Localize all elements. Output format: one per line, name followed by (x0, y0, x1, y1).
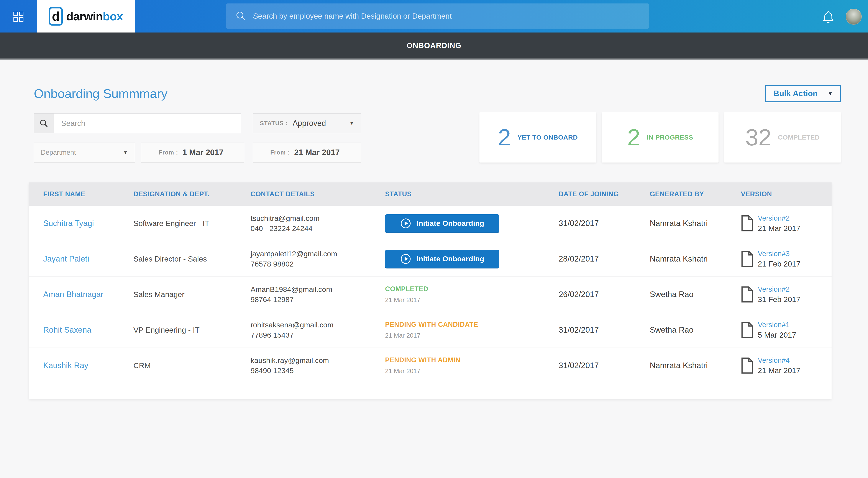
col-generated-by: GENERATED BY (650, 190, 741, 198)
designation-text: Sales Director - Sales (133, 254, 207, 263)
version-link[interactable]: Version#2 (758, 285, 801, 294)
stat-label: COMPLETED (778, 134, 820, 141)
date-to-label: From : (270, 149, 290, 156)
top-bar: d darwinbox (0, 0, 868, 33)
col-status: STATUS (385, 190, 559, 198)
global-search[interactable] (226, 3, 649, 29)
table-search-input[interactable] (54, 113, 241, 133)
generated-by-text: Namrata Kshatri (650, 254, 708, 263)
date-from-filter[interactable]: From : 1 Mar 2017 (141, 143, 244, 163)
bulk-action-button[interactable]: Bulk Action ▼ (765, 85, 841, 102)
status-filter-value: Approved (293, 119, 326, 128)
table-search-filter[interactable] (34, 113, 241, 133)
phone-text: 98764 12987 (251, 295, 385, 305)
version-date-text: 21 Mar 2017 (758, 224, 801, 233)
table-row: Kaushik Ray CRM kaushik.ray@gmail.com 98… (29, 348, 832, 383)
global-search-input[interactable] (253, 12, 640, 21)
notifications-bell-icon[interactable] (822, 10, 834, 24)
version-link[interactable]: Version#1 (758, 321, 796, 329)
document-icon (741, 322, 753, 338)
employee-name-link[interactable]: Rohit Saxena (43, 326, 91, 334)
date-from-value: 1 Mar 2017 (182, 148, 223, 157)
document-icon (741, 357, 753, 374)
col-version: VERSION (741, 190, 832, 198)
version-link[interactable]: Version#3 (758, 250, 801, 258)
col-date-of-joining: DATE OF JOINING (559, 190, 650, 198)
col-designation: DESIGNATION & DEPT. (133, 190, 251, 198)
logo-word-dark: darwin (66, 10, 103, 23)
table-row: Jayant Paleti Sales Director - Sales jay… (29, 241, 832, 277)
designation-text: VP Engineering - IT (133, 326, 199, 334)
logo-d-icon: d (49, 7, 63, 26)
user-avatar[interactable] (846, 9, 862, 25)
designation-text: Software Engineer - IT (133, 219, 209, 228)
employee-name-link[interactable]: Kaushik Ray (43, 361, 88, 370)
table-header-row: FIRST NAME DESIGNATION & DEPT. CONTACT D… (29, 182, 832, 206)
date-to-filter[interactable]: From : 21 Mar 2017 (253, 143, 361, 163)
col-contact: CONTACT DETAILS (251, 190, 385, 198)
bulk-action-label: Bulk Action (773, 89, 818, 98)
status-text-block: COMPLETED 21 Mar 2017 (385, 285, 559, 304)
nav-module-title: ONBOARDING (407, 41, 461, 50)
initiate-onboarding-label: Initiate Onboarding (416, 254, 484, 263)
date-from-label: From : (159, 149, 178, 156)
status-filter-label: STATUS : (260, 120, 288, 127)
designation-text: Sales Manager (133, 290, 184, 299)
status-date: 21 Mar 2017 (385, 297, 559, 304)
darwinbox-logo[interactable]: d darwinbox (37, 0, 135, 33)
employee-name-link[interactable]: Jayant Paleti (43, 254, 89, 263)
date-of-joining-text: 31/02/2017 (559, 361, 599, 370)
chevron-down-icon: ▼ (123, 150, 128, 156)
status-text-block: PENDING WITH ADMIN 21 Mar 2017 (385, 356, 559, 375)
version-link[interactable]: Version#4 (758, 356, 801, 365)
col-first-name: FIRST NAME (43, 190, 133, 198)
stat-card: 2 IN PROGRESS (602, 112, 718, 163)
apps-grid-icon[interactable] (13, 12, 24, 22)
email-text: jayantpaleti12@gmail.com (251, 249, 385, 259)
department-filter-dropdown[interactable]: Department ▼ (34, 143, 135, 163)
document-icon (741, 251, 753, 267)
play-icon (400, 218, 411, 229)
status-date: 21 Mar 2017 (385, 368, 559, 375)
initiate-onboarding-label: Initiate Onboarding (416, 219, 484, 228)
stat-card: 32 COMPLETED (724, 112, 841, 163)
stat-label: IN PROGRESS (647, 134, 693, 141)
table-row: Suchitra Tyagi Software Engineer - IT ts… (29, 206, 832, 241)
date-of-joining-text: 26/02/2017 (559, 290, 599, 299)
table-body: Suchitra Tyagi Software Engineer - IT ts… (29, 206, 832, 383)
page-title: Onboarding Summmary (34, 86, 167, 101)
initiate-onboarding-button[interactable]: Initiate Onboarding (385, 214, 499, 233)
designation-text: CRM (133, 361, 151, 370)
logo-word-accent: box (103, 10, 123, 23)
status-label: PENDING WITH CANDIDATE (385, 321, 559, 329)
status-filter-dropdown[interactable]: STATUS : Approved ▼ (253, 113, 361, 133)
status-text-block: PENDING WITH CANDIDATE 21 Mar 2017 (385, 321, 559, 339)
date-of-joining-text: 28/02/2017 (559, 254, 599, 263)
date-of-joining-text: 31/02/2017 (559, 219, 599, 228)
chevron-down-icon: ▼ (828, 91, 833, 97)
generated-by-text: Swetha Rao (650, 290, 693, 299)
stat-value: 2 (498, 126, 511, 149)
search-icon (34, 113, 54, 133)
stat-value: 32 (745, 126, 771, 149)
stat-value: 2 (627, 126, 640, 149)
department-filter-placeholder: Department (41, 149, 76, 157)
employee-name-link[interactable]: Aman Bhatnagar (43, 290, 103, 299)
onboarding-table: FIRST NAME DESIGNATION & DEPT. CONTACT D… (29, 182, 832, 399)
status-date: 21 Mar 2017 (385, 332, 559, 339)
search-icon (235, 10, 246, 22)
phone-text: 77896 15437 (251, 330, 385, 340)
chevron-down-icon: ▼ (349, 121, 354, 126)
phone-text: 040 - 23224 24244 (251, 224, 385, 234)
document-icon (741, 215, 753, 231)
generated-by-text: Swetha Rao (650, 326, 693, 334)
employee-name-link[interactable]: Suchitra Tyagi (43, 219, 94, 228)
module-nav-bar: ONBOARDING (0, 33, 868, 60)
date-to-value: 21 Mar 2017 (294, 148, 340, 157)
version-link[interactable]: Version#2 (758, 214, 801, 222)
initiate-onboarding-button[interactable]: Initiate Onboarding (385, 250, 499, 268)
email-text: kaushik.ray@gmail.com (251, 355, 385, 366)
table-row: Rohit Saxena VP Engineering - IT rohitsa… (29, 312, 832, 348)
email-text: AmanB1984@gmail.com (251, 284, 385, 295)
phone-text: 76578 98802 (251, 259, 385, 269)
